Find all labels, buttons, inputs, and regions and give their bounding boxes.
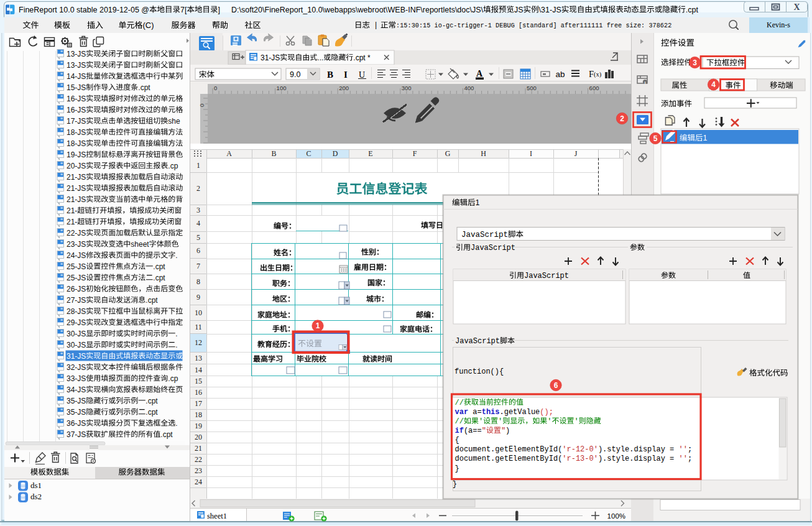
svg-text:.: . — [175, 341, 177, 349]
svg-text:...: ... — [317, 53, 323, 62]
svg-text:27-: 27- — [67, 296, 77, 305]
svg-text:21-: 21- — [67, 218, 77, 226]
svg-text:22-: 22- — [67, 229, 77, 238]
svg-text:": " — [482, 427, 486, 435]
svg-text:function(){: function(){ — [454, 367, 504, 376]
svg-text:();: (); — [540, 408, 553, 417]
svg-text:': ' — [479, 417, 483, 426]
svg-text:35-: 35- — [67, 408, 77, 417]
svg-text:19: 19 — [195, 422, 202, 430]
svg-text:.cp: .cp — [168, 162, 178, 170]
svg-text:15-: 15- — [67, 83, 77, 92]
svg-text:1: 1 — [476, 198, 480, 207]
svg-text:}: } — [453, 480, 457, 489]
svg-text:4: 4 — [711, 80, 716, 89]
svg-text:.cpt: .cpt — [145, 296, 158, 305]
svg-text:JS: JS — [514, 6, 524, 14]
svg-text:1: 1 — [196, 161, 200, 170]
svg-text:21-: 21- — [67, 206, 77, 215]
svg-text://: // — [455, 417, 464, 426]
svg-text:JS: JS — [77, 184, 86, 193]
svg-text:4: 4 — [196, 219, 200, 228]
svg-text:.cp: .cp — [168, 374, 178, 383]
svg-text:6: 6 — [196, 246, 200, 255]
svg-text:'': '' — [679, 445, 688, 454]
svg-text:JS: JS — [77, 274, 86, 282]
svg-text:JS: JS — [77, 251, 86, 260]
svg-text:sheet1: sheet1 — [207, 512, 227, 520]
svg-text:ds1: ds1 — [30, 481, 42, 490]
svg-text:JS: JS — [77, 128, 86, 137]
svg-text:21-: 21- — [67, 173, 77, 182]
svg-text:7: 7 — [196, 262, 200, 270]
svg-text:.cpt: .cpt — [686, 6, 699, 14]
svg-text:19-: 19- — [67, 150, 77, 159]
svg-text:).style.display =: ).style.display = — [598, 445, 679, 454]
svg-text:): ) — [505, 427, 510, 435]
svg-text:JS: JS — [77, 352, 86, 361]
svg-text:I: I — [530, 149, 532, 158]
svg-text:1: 1 — [316, 321, 320, 330]
svg-text:JS: JS — [77, 83, 86, 92]
svg-text:21-: 21- — [67, 184, 77, 193]
svg-text:JS: JS — [77, 408, 86, 417]
svg-text:18: 18 — [195, 410, 202, 419]
svg-text:5: 5 — [653, 134, 658, 143]
svg-text:.cpt: .cpt — [145, 397, 158, 405]
svg-text:E: E — [368, 149, 372, 158]
svg-text:.: . — [175, 251, 177, 260]
svg-text:22: 22 — [195, 455, 202, 464]
svg-text:JS: JS — [77, 229, 86, 238]
svg-text:JS: JS — [77, 296, 86, 305]
svg-text:35-: 35- — [67, 397, 77, 405]
svg-text:JS: JS — [77, 318, 86, 327]
svg-text:;: ; — [688, 454, 692, 463]
svg-text:JS: JS — [77, 173, 86, 182]
svg-text:.getValue: .getValue — [500, 408, 540, 417]
svg-text:'': '' — [679, 454, 688, 463]
svg-text:0: 0 — [198, 104, 205, 107]
svg-text:16-: 16- — [67, 95, 77, 103]
svg-text:12: 12 — [195, 338, 202, 347]
svg-text:20-: 20- — [67, 162, 77, 170]
svg-text:'r-13-0': 'r-13-0' — [562, 454, 598, 463]
svg-text:X: X — [793, 2, 800, 12]
svg-text:JavaScript: JavaScript — [455, 337, 500, 346]
svg-text:8: 8 — [196, 277, 200, 286]
svg-text://: // — [455, 399, 464, 407]
svg-text:|: | — [374, 21, 378, 30]
svg-text:a=: a= — [468, 408, 482, 417]
svg-text:U: U — [359, 70, 365, 80]
svg-text:ab: ab — [556, 70, 565, 79]
svg-text:\31-JS: \31-JS — [539, 6, 561, 14]
svg-text:JS: JS — [77, 139, 86, 148]
svg-text:JavaScript: JavaScript — [524, 272, 569, 280]
svg-text:;: ; — [688, 445, 692, 454]
svg-text:30-: 30- — [67, 330, 77, 338]
svg-text:6: 6 — [554, 381, 558, 390]
svg-text:18-: 18- — [67, 128, 77, 137]
svg-text:]: ] — [218, 6, 220, 14]
svg-text:JS: JS — [77, 374, 86, 383]
svg-text:sheet: sheet — [131, 240, 149, 249]
svg-text:0: 0 — [214, 85, 217, 91]
svg-text:37-: 37- — [67, 430, 77, 439]
svg-text:13-: 13- — [67, 50, 77, 58]
svg-text:JS: JS — [77, 262, 86, 271]
svg-text:': ' — [574, 417, 579, 426]
svg-text:23: 23 — [195, 466, 202, 475]
svg-text:30-: 30- — [67, 341, 77, 349]
svg-text:13-: 13- — [67, 61, 77, 70]
svg-text:D:\soft20\FineReport_10.0\weba: D:\soft20\FineReport_10.0\webapps\webroo… — [231, 6, 484, 14]
svg-text:F: F — [413, 149, 417, 158]
svg-text:24-: 24- — [67, 251, 77, 260]
svg-text:11: 11 — [195, 323, 202, 331]
svg-text:': ' — [547, 417, 551, 426]
svg-text:21-: 21- — [67, 195, 77, 204]
svg-text:C: C — [306, 149, 311, 158]
svg-text:14: 14 — [195, 366, 202, 374]
svg-text:9: 9 — [196, 293, 200, 302]
svg-text:).style.display =: ).style.display = — [598, 454, 679, 463]
svg-text:(a==: (a== — [464, 427, 482, 435]
svg-text:18-: 18- — [67, 139, 77, 148]
